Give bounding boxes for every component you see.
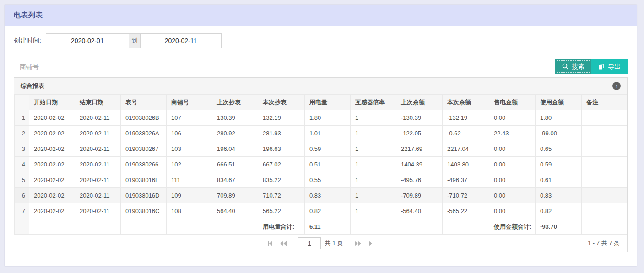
search-button[interactable]: 搜索	[555, 59, 591, 74]
table-cell	[582, 188, 627, 203]
table-row[interactable]: 52020-02-022020-02-11019038016F111834.67…	[15, 172, 627, 188]
column-header: 上次抄表	[212, 95, 258, 110]
page-background: 电表列表 创建时间: 到 搜索	[0, 0, 644, 273]
date-filter-row: 创建时间: 到	[14, 33, 628, 48]
table-cell: 109	[167, 188, 212, 203]
column-header: 表号	[121, 95, 167, 110]
summary-cell	[582, 219, 627, 235]
column-header: 用电量	[305, 95, 351, 110]
table-cell: 1404.39	[396, 157, 443, 172]
table-cell: -130.39	[396, 110, 443, 126]
export-button[interactable]: 导出	[591, 59, 628, 74]
table-cell	[582, 110, 627, 126]
table-cell: 2020-02-02	[29, 172, 75, 188]
collapse-panel-icon[interactable]: ↑	[612, 82, 621, 90]
table-cell: 2020-02-11	[75, 141, 121, 157]
column-header: 互感器倍率	[351, 95, 396, 110]
next-page-icon[interactable]	[351, 241, 365, 246]
table-cell: 1.80	[536, 110, 582, 126]
table-row[interactable]: 12020-02-022020-02-11019038026B107130.39…	[15, 110, 627, 126]
page-title: 电表列表	[14, 11, 43, 20]
table-cell: 111	[167, 172, 212, 188]
summary-cell: 6.11	[305, 219, 351, 235]
table-cell: 2020-02-02	[29, 126, 75, 141]
shop-number-input[interactable]	[14, 59, 555, 74]
table-cell: -122.05	[396, 126, 443, 141]
summary-row: 用电量合计:6.11使用金额合计:-93.70	[15, 219, 627, 235]
search-row: 搜索 导出	[14, 59, 628, 74]
date-from-input[interactable]	[46, 33, 129, 48]
report-panel: 综合报表 ↑ 开始日期 结束日期	[14, 77, 628, 252]
pagination-controls: 共 1 页	[264, 237, 377, 249]
summary-cell: 使用金额合计:	[489, 219, 536, 235]
last-page-icon[interactable]	[365, 241, 378, 246]
table-cell: 1	[351, 110, 396, 126]
table-cell	[582, 157, 627, 172]
row-index: 4	[15, 157, 29, 172]
table-cell: -132.19	[443, 110, 489, 126]
table-cell: 0.82	[536, 203, 582, 219]
first-page-icon[interactable]	[264, 241, 276, 246]
table-cell: 0.00	[489, 141, 536, 157]
table-cell: 2020-02-11	[75, 172, 121, 188]
table-cell: -99.00	[536, 126, 582, 141]
table-cell: 2217.69	[396, 141, 443, 157]
table-cell: 2020-02-02	[29, 157, 75, 172]
table-cell: 667.02	[258, 157, 305, 172]
table-cell: 0.00	[489, 188, 536, 203]
table-cell: 710.72	[258, 188, 305, 203]
table-cell: 2020-02-02	[29, 141, 75, 157]
table-cell: 0.00	[489, 157, 536, 172]
table-cell: 106	[167, 126, 212, 141]
table-cell: -710.72	[443, 188, 489, 203]
table-cell: 1.01	[305, 126, 351, 141]
row-index: 1	[15, 110, 29, 126]
table-row[interactable]: 72020-02-022020-02-11019038016C108564.40…	[15, 203, 627, 219]
search-button-label: 搜索	[572, 63, 584, 71]
column-header: 本次抄表	[258, 95, 305, 110]
table-row[interactable]: 32020-02-022020-02-110190380267103196.04…	[15, 141, 627, 157]
table-row[interactable]: 22020-02-022020-02-11019038026A106280.92…	[15, 126, 627, 141]
page-number-input[interactable]	[298, 237, 321, 249]
export-icon	[598, 63, 605, 70]
date-to-input[interactable]	[140, 33, 222, 48]
table-cell: 564.40	[212, 203, 258, 219]
table-cell: 0.59	[305, 141, 351, 157]
table-cell: 0.51	[305, 157, 351, 172]
summary-cell	[443, 219, 489, 235]
export-button-label: 导出	[608, 63, 621, 71]
table-cell: 196.63	[258, 141, 305, 157]
report-panel-header: 综合报表 ↑	[14, 78, 627, 94]
table-cell: 2020-02-11	[75, 110, 121, 126]
table-cell: 666.51	[212, 157, 258, 172]
row-index-header	[15, 95, 29, 110]
table-row[interactable]: 62020-02-022020-02-11019038016D109709.89…	[15, 188, 627, 203]
table-cell: 0.83	[305, 188, 351, 203]
table-cell: 22.43	[489, 126, 536, 141]
total-pages-label: 共 1 页	[325, 239, 343, 247]
table-row[interactable]: 42020-02-022020-02-110190380266102666.51…	[15, 157, 627, 172]
card-body: 创建时间: 到 搜索 导出	[5, 26, 637, 252]
table-cell: 834.67	[212, 172, 258, 188]
table-cell: 019038026A	[121, 126, 167, 141]
table-cell: 1.80	[305, 110, 351, 126]
pagination-bar: 共 1 页 1 - 7 共 7 条	[14, 235, 627, 252]
table-cell: 196.04	[212, 141, 258, 157]
summary-cell	[75, 219, 121, 235]
table-cell: 709.89	[212, 188, 258, 203]
table-cell: 108	[167, 203, 212, 219]
table-cell: 281.93	[258, 126, 305, 141]
column-header: 商铺号	[167, 95, 212, 110]
table-cell: 2217.04	[443, 141, 489, 157]
summary-cell	[396, 219, 443, 235]
row-index: 6	[15, 188, 29, 203]
table-cell: 1	[351, 172, 396, 188]
table-cell: 107	[167, 110, 212, 126]
summary-cell	[212, 219, 258, 235]
column-header: 开始日期	[29, 95, 75, 110]
table-cell	[582, 172, 627, 188]
table-cell: 0190380266	[121, 157, 167, 172]
table-cell: 1	[351, 141, 396, 157]
prev-page-icon[interactable]	[276, 241, 290, 246]
table-cell: 0.00	[489, 110, 536, 126]
